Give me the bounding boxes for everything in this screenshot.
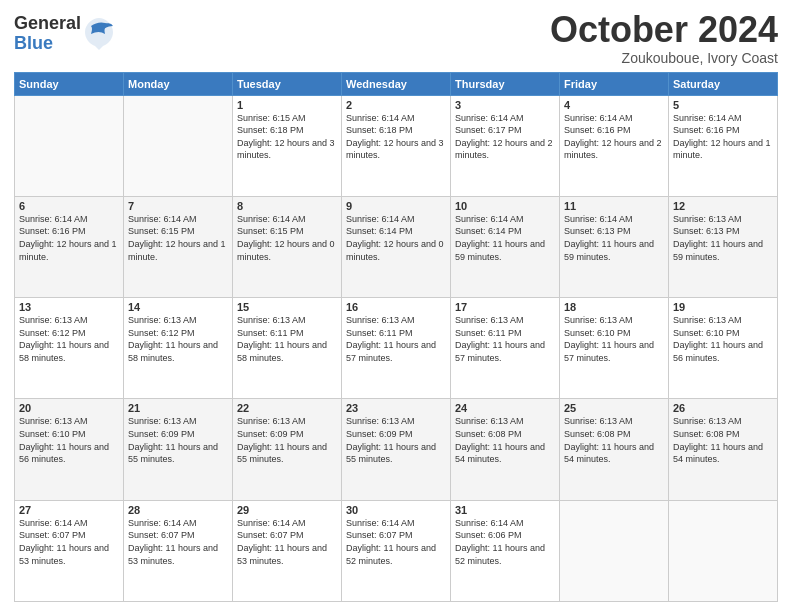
calendar-cell: 10Sunrise: 6:14 AM Sunset: 6:14 PM Dayli… [451, 196, 560, 297]
calendar-week-row: 1Sunrise: 6:15 AM Sunset: 6:18 PM Daylig… [15, 95, 778, 196]
calendar-cell: 21Sunrise: 6:13 AM Sunset: 6:09 PM Dayli… [124, 399, 233, 500]
day-info: Sunrise: 6:14 AM Sunset: 6:13 PM Dayligh… [564, 213, 664, 263]
day-of-week-header: Monday [124, 72, 233, 95]
calendar-cell: 19Sunrise: 6:13 AM Sunset: 6:10 PM Dayli… [669, 298, 778, 399]
day-number: 29 [237, 504, 337, 516]
day-number: 11 [564, 200, 664, 212]
calendar-cell: 4Sunrise: 6:14 AM Sunset: 6:16 PM Daylig… [560, 95, 669, 196]
calendar-week-row: 20Sunrise: 6:13 AM Sunset: 6:10 PM Dayli… [15, 399, 778, 500]
day-info: Sunrise: 6:14 AM Sunset: 6:06 PM Dayligh… [455, 517, 555, 567]
day-number: 25 [564, 402, 664, 414]
day-of-week-header: Saturday [669, 72, 778, 95]
calendar-cell: 18Sunrise: 6:13 AM Sunset: 6:10 PM Dayli… [560, 298, 669, 399]
day-number: 6 [19, 200, 119, 212]
day-info: Sunrise: 6:14 AM Sunset: 6:14 PM Dayligh… [455, 213, 555, 263]
day-number: 15 [237, 301, 337, 313]
day-number: 8 [237, 200, 337, 212]
calendar-cell [669, 500, 778, 601]
day-info: Sunrise: 6:13 AM Sunset: 6:10 PM Dayligh… [673, 314, 773, 364]
calendar-cell: 27Sunrise: 6:14 AM Sunset: 6:07 PM Dayli… [15, 500, 124, 601]
calendar-week-row: 13Sunrise: 6:13 AM Sunset: 6:12 PM Dayli… [15, 298, 778, 399]
calendar-cell: 17Sunrise: 6:13 AM Sunset: 6:11 PM Dayli… [451, 298, 560, 399]
calendar-week-row: 6Sunrise: 6:14 AM Sunset: 6:16 PM Daylig… [15, 196, 778, 297]
logo-bird-icon [83, 16, 115, 52]
header: General Blue October 2024 Zoukouboue, Iv… [14, 10, 778, 66]
day-info: Sunrise: 6:14 AM Sunset: 6:07 PM Dayligh… [128, 517, 228, 567]
day-number: 2 [346, 99, 446, 111]
day-number: 26 [673, 402, 773, 414]
calendar-cell: 11Sunrise: 6:14 AM Sunset: 6:13 PM Dayli… [560, 196, 669, 297]
calendar-cell: 26Sunrise: 6:13 AM Sunset: 6:08 PM Dayli… [669, 399, 778, 500]
day-info: Sunrise: 6:13 AM Sunset: 6:08 PM Dayligh… [455, 415, 555, 465]
day-info: Sunrise: 6:15 AM Sunset: 6:18 PM Dayligh… [237, 112, 337, 162]
day-info: Sunrise: 6:13 AM Sunset: 6:09 PM Dayligh… [128, 415, 228, 465]
day-number: 19 [673, 301, 773, 313]
calendar-cell: 29Sunrise: 6:14 AM Sunset: 6:07 PM Dayli… [233, 500, 342, 601]
day-info: Sunrise: 6:14 AM Sunset: 6:16 PM Dayligh… [19, 213, 119, 263]
day-info: Sunrise: 6:13 AM Sunset: 6:12 PM Dayligh… [128, 314, 228, 364]
calendar-cell: 12Sunrise: 6:13 AM Sunset: 6:13 PM Dayli… [669, 196, 778, 297]
calendar-cell: 30Sunrise: 6:14 AM Sunset: 6:07 PM Dayli… [342, 500, 451, 601]
calendar-cell: 8Sunrise: 6:14 AM Sunset: 6:15 PM Daylig… [233, 196, 342, 297]
day-info: Sunrise: 6:13 AM Sunset: 6:10 PM Dayligh… [19, 415, 119, 465]
day-info: Sunrise: 6:14 AM Sunset: 6:17 PM Dayligh… [455, 112, 555, 162]
day-number: 27 [19, 504, 119, 516]
calendar-cell: 23Sunrise: 6:13 AM Sunset: 6:09 PM Dayli… [342, 399, 451, 500]
day-of-week-header: Wednesday [342, 72, 451, 95]
logo: General Blue [14, 14, 115, 54]
day-info: Sunrise: 6:13 AM Sunset: 6:10 PM Dayligh… [564, 314, 664, 364]
day-info: Sunrise: 6:13 AM Sunset: 6:11 PM Dayligh… [346, 314, 446, 364]
day-number: 23 [346, 402, 446, 414]
calendar-cell: 24Sunrise: 6:13 AM Sunset: 6:08 PM Dayli… [451, 399, 560, 500]
calendar-cell: 31Sunrise: 6:14 AM Sunset: 6:06 PM Dayli… [451, 500, 560, 601]
day-of-week-header: Friday [560, 72, 669, 95]
day-number: 12 [673, 200, 773, 212]
day-number: 20 [19, 402, 119, 414]
calendar-cell: 14Sunrise: 6:13 AM Sunset: 6:12 PM Dayli… [124, 298, 233, 399]
day-info: Sunrise: 6:13 AM Sunset: 6:09 PM Dayligh… [237, 415, 337, 465]
calendar-table: SundayMondayTuesdayWednesdayThursdayFrid… [14, 72, 778, 602]
day-number: 3 [455, 99, 555, 111]
calendar-week-row: 27Sunrise: 6:14 AM Sunset: 6:07 PM Dayli… [15, 500, 778, 601]
header-right: October 2024 Zoukouboue, Ivory Coast [550, 10, 778, 66]
day-info: Sunrise: 6:14 AM Sunset: 6:07 PM Dayligh… [237, 517, 337, 567]
calendar-cell: 3Sunrise: 6:14 AM Sunset: 6:17 PM Daylig… [451, 95, 560, 196]
day-number: 7 [128, 200, 228, 212]
calendar-cell: 28Sunrise: 6:14 AM Sunset: 6:07 PM Dayli… [124, 500, 233, 601]
month-title: October 2024 [550, 10, 778, 50]
day-number: 10 [455, 200, 555, 212]
day-info: Sunrise: 6:14 AM Sunset: 6:07 PM Dayligh… [19, 517, 119, 567]
calendar-cell: 5Sunrise: 6:14 AM Sunset: 6:16 PM Daylig… [669, 95, 778, 196]
calendar-cell: 25Sunrise: 6:13 AM Sunset: 6:08 PM Dayli… [560, 399, 669, 500]
calendar-cell: 9Sunrise: 6:14 AM Sunset: 6:14 PM Daylig… [342, 196, 451, 297]
calendar-cell: 22Sunrise: 6:13 AM Sunset: 6:09 PM Dayli… [233, 399, 342, 500]
day-info: Sunrise: 6:13 AM Sunset: 6:08 PM Dayligh… [673, 415, 773, 465]
day-number: 18 [564, 301, 664, 313]
day-number: 24 [455, 402, 555, 414]
day-number: 14 [128, 301, 228, 313]
day-number: 17 [455, 301, 555, 313]
calendar-cell: 20Sunrise: 6:13 AM Sunset: 6:10 PM Dayli… [15, 399, 124, 500]
calendar-cell [560, 500, 669, 601]
calendar-cell: 6Sunrise: 6:14 AM Sunset: 6:16 PM Daylig… [15, 196, 124, 297]
calendar-cell [15, 95, 124, 196]
day-number: 1 [237, 99, 337, 111]
location: Zoukouboue, Ivory Coast [550, 50, 778, 66]
logo-blue: Blue [14, 34, 81, 54]
calendar-cell: 2Sunrise: 6:14 AM Sunset: 6:18 PM Daylig… [342, 95, 451, 196]
day-info: Sunrise: 6:13 AM Sunset: 6:13 PM Dayligh… [673, 213, 773, 263]
day-of-week-header: Sunday [15, 72, 124, 95]
day-info: Sunrise: 6:14 AM Sunset: 6:14 PM Dayligh… [346, 213, 446, 263]
day-info: Sunrise: 6:13 AM Sunset: 6:08 PM Dayligh… [564, 415, 664, 465]
logo-text: General Blue [14, 14, 81, 54]
day-info: Sunrise: 6:13 AM Sunset: 6:11 PM Dayligh… [237, 314, 337, 364]
day-number: 22 [237, 402, 337, 414]
day-number: 9 [346, 200, 446, 212]
day-info: Sunrise: 6:14 AM Sunset: 6:07 PM Dayligh… [346, 517, 446, 567]
day-number: 31 [455, 504, 555, 516]
logo-general: General [14, 14, 81, 34]
calendar-cell: 16Sunrise: 6:13 AM Sunset: 6:11 PM Dayli… [342, 298, 451, 399]
calendar-cell: 7Sunrise: 6:14 AM Sunset: 6:15 PM Daylig… [124, 196, 233, 297]
calendar-cell [124, 95, 233, 196]
day-info: Sunrise: 6:13 AM Sunset: 6:09 PM Dayligh… [346, 415, 446, 465]
